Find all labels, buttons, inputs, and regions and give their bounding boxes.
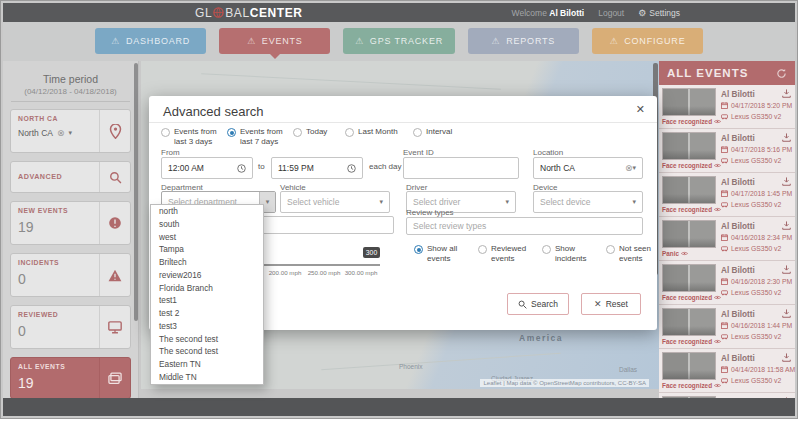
event-id-input[interactable] (403, 157, 519, 179)
clear-location-icon[interactable]: ⊗ (625, 163, 633, 173)
location-label: Location (533, 148, 563, 157)
download-icon[interactable] (782, 353, 791, 362)
radio-icon[interactable] (413, 128, 422, 137)
radio-option[interactable]: Events from last 3 days (161, 127, 221, 148)
nav-button[interactable]: ⚠ DASHBOARD (95, 28, 206, 54)
download-icon[interactable] (782, 265, 791, 274)
top-links: Welcome Al Bilotti Logout ⚙Settings (512, 3, 680, 22)
nav-button[interactable]: ⚠ CONFIGURE (592, 28, 703, 54)
dropdown-option[interactable]: Eastern TN (151, 358, 263, 371)
radio-option[interactable]: Not seen events (606, 244, 662, 265)
event-device: Lexus GS350 v2 (721, 113, 781, 120)
clear-location-icon[interactable]: ⊗ (57, 128, 65, 138)
counter-value: 0 (18, 271, 92, 287)
search-button[interactable]: Search (507, 293, 569, 315)
close-icon[interactable]: ✕ (636, 103, 645, 116)
radio-option[interactable]: Today (293, 127, 339, 148)
radio-option[interactable]: Reviewed events (478, 244, 534, 265)
radio-icon[interactable] (478, 245, 487, 254)
from-time-input[interactable]: 12:00 AM (161, 157, 253, 179)
counter-card-incidents[interactable]: INCIDENTS 0 (10, 253, 131, 297)
vehicle-select[interactable]: Select vehicle ▾ (280, 191, 390, 213)
dropdown-option[interactable]: test 2 (151, 307, 263, 320)
advanced-search-card[interactable]: ADVANCED SEARCH (10, 161, 131, 193)
event-list-item[interactable]: Face recognized Al Bilotti 04/17/2018 5:… (659, 129, 795, 173)
calendar-icon (721, 190, 728, 197)
settings-link[interactable]: ⚙Settings (638, 8, 680, 18)
dropdown-option[interactable]: review2016 (151, 269, 263, 282)
event-list-item[interactable]: Face recognized Al Bilotti 04/14/2018 11… (659, 349, 795, 393)
user-name: Al Bilotti (549, 8, 584, 18)
dropdown-option[interactable]: Tampa (151, 243, 263, 256)
radio-option[interactable]: Events from last 7 days (227, 127, 287, 148)
event-list-item[interactable]: Face recognized Al Bilotti 04/17/2018 1:… (659, 173, 795, 217)
download-icon[interactable] (782, 133, 791, 142)
chevron-down-icon: ▾ (505, 198, 509, 206)
radio-option[interactable]: Show all events (414, 244, 470, 265)
dropdown-option[interactable]: The second test (151, 333, 263, 346)
event-list-item[interactable]: Panic Al Bilotti 04/16/2018 2:34 PM Lexu… (659, 217, 795, 261)
radio-icon[interactable] (161, 128, 170, 137)
dropdown-option[interactable]: north (151, 205, 263, 218)
event-thumbnail (662, 132, 716, 160)
dropdown-option[interactable]: Middle TN (151, 371, 263, 384)
nav-button-label: DASHBOARD (126, 36, 190, 46)
radio-icon[interactable] (542, 245, 551, 254)
location-select[interactable]: North CA ⊗ ▾ (18, 128, 92, 138)
radio-icon[interactable] (293, 128, 302, 137)
dropdown-option[interactable]: test3 (151, 320, 263, 333)
radio-option[interactable]: Last Month (345, 127, 407, 148)
sidebar-scrollbar[interactable] (134, 63, 138, 321)
radio-option[interactable]: Interval (413, 127, 463, 148)
vehicle-icon (721, 289, 728, 296)
dropdown-option[interactable]: Florida Branch (151, 282, 263, 295)
calendar-icon (721, 322, 728, 329)
radio-icon[interactable] (414, 245, 423, 254)
event-list-item[interactable]: Face recognized Al Bilotti 04/16/2018 1:… (659, 305, 795, 349)
event-tag: Face recognized (662, 382, 721, 389)
review-types-input[interactable]: Select review types (406, 217, 643, 235)
date-range-radio-group: Events from last 3 days Events from last… (161, 127, 463, 148)
event-list-item[interactable]: Face recognized Al Bilotti 04/16/2018 2:… (659, 261, 795, 305)
counter-card-reviewed[interactable]: REVIEWED 0 (10, 305, 131, 349)
radio-label: Events from last 7 days (240, 127, 287, 148)
logout-link[interactable]: Logout (598, 8, 624, 18)
radio-icon[interactable] (227, 128, 236, 137)
refresh-icon[interactable] (776, 68, 787, 79)
event-id-label: Event ID (403, 148, 434, 157)
dropdown-option[interactable]: Briltech (151, 256, 263, 269)
app-logo: GL BAL CENTER (195, 3, 303, 22)
speed-tick: 200.00 mph (265, 269, 305, 276)
radio-icon[interactable] (606, 245, 615, 254)
download-icon[interactable] (782, 309, 791, 318)
nav-button-label: GPS TRACKER (370, 36, 443, 46)
map-border-line (201, 73, 501, 90)
nav-button[interactable]: ⚠ EVENTS (219, 28, 330, 54)
dropdown-option[interactable]: The second test (151, 345, 263, 358)
all-events-panel: ALL EVENTS Face recognized Al Bilotti 04… (659, 61, 795, 398)
map-attribution: Leaflet | Map data © OpenStreetMap contr… (480, 379, 649, 387)
dropdown-option[interactable]: south (151, 218, 263, 231)
event-list-item[interactable]: Face recognized Al Bilotti 04/17/2018 5:… (659, 85, 795, 129)
download-icon[interactable] (782, 221, 791, 230)
reset-button[interactable]: ✕ Reset (581, 293, 641, 315)
radio-icon[interactable] (345, 128, 354, 137)
download-icon[interactable] (782, 177, 791, 186)
event-list: Face recognized Al Bilotti 04/17/2018 5:… (659, 85, 795, 398)
device-select[interactable]: Select device ▾ (533, 191, 643, 213)
download-icon[interactable] (782, 89, 791, 98)
vehicle-icon (721, 377, 728, 384)
nav-button[interactable]: ⚠ REPORTS (468, 28, 579, 54)
dropdown-option[interactable]: test1 (151, 294, 263, 307)
to-time-input[interactable]: 11:59 PM (271, 157, 363, 179)
calendar-icon (721, 102, 728, 109)
dropdown-option[interactable]: west (151, 231, 263, 244)
counter-card-new-events[interactable]: NEW EVENTS 19 (10, 201, 131, 245)
counter-card-all-events[interactable]: ALL EVENTS 19 (10, 357, 131, 399)
nav-button[interactable]: ⚠ GPS TRACKER (343, 28, 454, 54)
radio-label: Not seen events (619, 244, 662, 265)
location-select[interactable]: North CA ⊗ ▾ (533, 157, 643, 179)
chevron-down-icon: ▾ (632, 164, 636, 172)
radio-label: Reviewed events (491, 244, 534, 265)
radio-option[interactable]: Show incidents (542, 244, 598, 265)
